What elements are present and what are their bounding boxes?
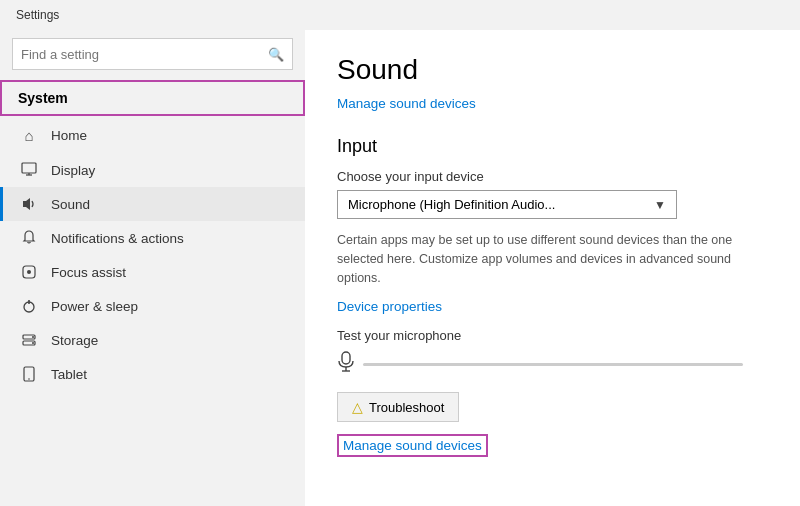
sidebar-item-home-label: Home <box>51 128 87 143</box>
troubleshoot-button[interactable]: △ Troubleshoot <box>337 392 459 422</box>
svg-rect-13 <box>342 352 350 364</box>
svg-marker-3 <box>23 198 30 210</box>
sidebar-item-tablet[interactable]: Tablet <box>0 357 305 391</box>
sidebar-item-sound[interactable]: Sound <box>0 187 305 221</box>
info-text: Certain apps may be set up to use differ… <box>337 231 768 287</box>
title-bar-label: Settings <box>16 8 59 22</box>
input-device-dropdown[interactable]: Microphone (High Definition Audio... ▼ <box>337 190 677 219</box>
sidebar-item-system[interactable]: System <box>0 80 305 116</box>
search-input[interactable] <box>21 47 268 62</box>
power-icon <box>19 298 39 314</box>
sidebar-item-focus-label: Focus assist <box>51 265 126 280</box>
sidebar-item-tablet-label: Tablet <box>51 367 87 382</box>
sidebar-item-home[interactable]: ⌂ Home <box>0 118 305 153</box>
device-properties-link[interactable]: Device properties <box>337 299 442 314</box>
title-bar: Settings <box>0 0 800 30</box>
troubleshoot-label: Troubleshoot <box>369 400 444 415</box>
svg-point-12 <box>28 378 30 380</box>
storage-icon <box>19 332 39 348</box>
sidebar-item-display[interactable]: Display <box>0 153 305 187</box>
tablet-icon <box>19 366 39 382</box>
input-section-title: Input <box>337 136 768 157</box>
sidebar-item-power[interactable]: Power & sleep <box>0 289 305 323</box>
manage-sound-devices-bottom-link[interactable]: Manage sound devices <box>337 434 488 457</box>
sidebar-item-storage[interactable]: Storage <box>0 323 305 357</box>
chevron-down-icon: ▼ <box>654 198 666 212</box>
sidebar-item-storage-label: Storage <box>51 333 98 348</box>
content-area: Sound Manage sound devices Input Choose … <box>305 30 800 506</box>
display-icon <box>19 162 39 178</box>
choose-input-label: Choose your input device <box>337 169 768 184</box>
system-label: System <box>18 90 68 106</box>
notifications-icon <box>19 230 39 246</box>
home-icon: ⌂ <box>19 127 39 144</box>
mic-meter-bar <box>363 363 743 366</box>
search-bar[interactable]: 🔍 <box>12 38 293 70</box>
main-layout: 🔍 System ⌂ Home Display Sound <box>0 30 800 506</box>
focus-icon <box>19 264 39 280</box>
sidebar-item-sound-label: Sound <box>51 197 90 212</box>
test-mic-label: Test your microphone <box>337 328 768 343</box>
search-icon: 🔍 <box>268 47 284 62</box>
sound-icon <box>19 196 39 212</box>
sidebar-item-power-label: Power & sleep <box>51 299 138 314</box>
sidebar-item-focus[interactable]: Focus assist <box>0 255 305 289</box>
sidebar: 🔍 System ⌂ Home Display Sound <box>0 30 305 506</box>
svg-point-9 <box>32 336 34 338</box>
sidebar-item-notifications[interactable]: Notifications & actions <box>0 221 305 255</box>
svg-rect-0 <box>22 163 36 173</box>
mic-meter-row <box>337 351 768 378</box>
warning-icon: △ <box>352 399 363 415</box>
svg-point-10 <box>32 342 34 344</box>
manage-sound-devices-top-link[interactable]: Manage sound devices <box>337 96 476 111</box>
microphone-icon <box>337 351 355 378</box>
manage-sound-devices-bottom-container: Manage sound devices <box>337 434 768 457</box>
page-title: Sound <box>337 54 768 86</box>
input-device-select[interactable]: Microphone (High Definition Audio... <box>348 197 654 212</box>
sidebar-item-notifications-label: Notifications & actions <box>51 231 184 246</box>
svg-point-4 <box>27 270 31 274</box>
sidebar-item-display-label: Display <box>51 163 95 178</box>
